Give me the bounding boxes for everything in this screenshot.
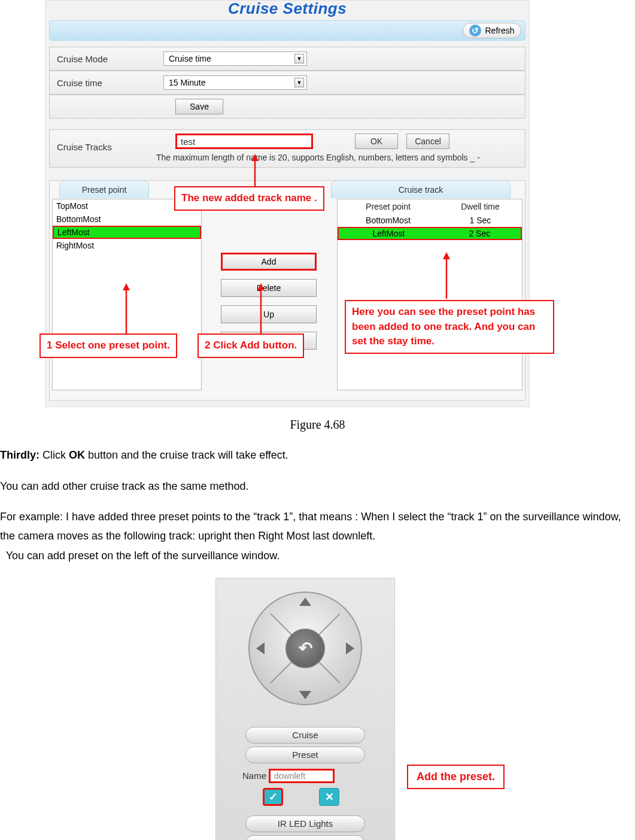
- cancel-preset-button[interactable]: ✕: [319, 788, 339, 806]
- tab-preset-label: Preset point: [82, 185, 127, 195]
- refresh-label: Refresh: [485, 26, 514, 35]
- select-cruise-mode-value: Cruise time: [169, 54, 211, 63]
- ok-button[interactable]: OK: [355, 134, 398, 149]
- preset-name-row: Name downleft: [242, 769, 335, 783]
- cruise-pill-button[interactable]: Cruise: [245, 727, 365, 744]
- text: Click: [40, 449, 69, 461]
- save-label: Save: [190, 102, 209, 111]
- text: button and the cruise track will take ef…: [85, 449, 288, 461]
- anno-select-preset: 1 Select one preset point.: [40, 333, 177, 358]
- row-save: Save: [49, 95, 525, 119]
- list-item-selected[interactable]: LeftMost: [53, 226, 201, 239]
- svg-marker-5: [257, 283, 265, 290]
- col-dwell-time: Dwell time: [439, 202, 522, 211]
- preset-label: Preset: [292, 750, 318, 760]
- ok-label: OK: [370, 137, 382, 146]
- ptz-left-icon[interactable]: [256, 642, 265, 654]
- col-preset-point: Preset point: [338, 202, 439, 211]
- doc-paragraph: For example: I have added three preset p…: [0, 508, 635, 545]
- row-cruise-mode: Cruise Mode Cruise time ▼: [49, 47, 525, 71]
- ir-led-pill-button[interactable]: IR LED Lights: [245, 815, 365, 832]
- row-cruise-tracks: Cruise Tracks test OK Cancel The maximum…: [49, 129, 525, 168]
- refresh-icon: ↺: [469, 25, 481, 37]
- preset-ok-cancel: ✓ ✕: [263, 788, 339, 806]
- add-label: Add: [262, 257, 277, 266]
- ptz-wheel[interactable]: ↶: [248, 592, 362, 705]
- check-icon: ✓: [269, 790, 278, 803]
- refresh-button[interactable]: ↺ Refresh: [463, 23, 521, 38]
- ptz-right-icon[interactable]: [346, 642, 354, 654]
- svg-marker-1: [251, 154, 259, 161]
- cruise-label: Cruise: [292, 730, 318, 740]
- tab-cruise-track[interactable]: Cruise track: [331, 180, 511, 198]
- preset-pill-button[interactable]: Preset: [245, 747, 365, 763]
- arrow-icon: [249, 283, 273, 336]
- top-bar: ↺ Refresh: [49, 20, 525, 41]
- cruise-settings-screenshot: Cruise Settings ↺ Refresh Cruise Mode Cr…: [45, 0, 530, 407]
- preset-name-input[interactable]: downleft: [269, 769, 335, 783]
- doc-body: Thirdly: Click OK button and the cruise …: [0, 446, 635, 566]
- name-label: Name: [242, 771, 266, 781]
- label-cruise-tracks: Cruise Tracks: [57, 142, 112, 152]
- anno-new-track-name: The new added track name .: [174, 186, 324, 211]
- row-cruise-time: Cruise time 15 Minute ▼: [49, 71, 525, 95]
- track-name-input[interactable]: test: [175, 134, 313, 149]
- arrow-icon: [435, 252, 458, 301]
- ptz-panel-screenshot: ↶ Cruise Preset Name downleft ✓ ✕ IR LED…: [215, 578, 395, 841]
- cancel-button[interactable]: Cancel: [406, 134, 449, 149]
- doc-paragraph: Thirdly: Click OK button and the cruise …: [0, 446, 635, 465]
- add-button[interactable]: Add: [221, 253, 317, 271]
- confirm-preset-button[interactable]: ✓: [263, 788, 283, 806]
- ptz-down-icon[interactable]: [299, 691, 311, 699]
- chevron-down-icon: ▼: [294, 54, 304, 63]
- label-cruise-mode: Cruise Mode: [50, 54, 163, 64]
- select-cruise-time[interactable]: 15 Minute ▼: [163, 75, 307, 90]
- select-cruise-mode[interactable]: Cruise time ▼: [163, 51, 307, 66]
- ptz-reset-icon[interactable]: ↶: [285, 629, 325, 668]
- color-adjust-pill-button[interactable]: Color Adjustment: [245, 835, 365, 841]
- select-cruise-time-value: 15 Minute: [169, 78, 205, 87]
- label-cruise-time: Cruise time: [50, 78, 163, 88]
- hint-text: The maximum length of name is 20, suppor…: [156, 153, 480, 162]
- ok-strong: OK: [69, 449, 85, 461]
- table-row[interactable]: BottomMost 1 Sec: [338, 214, 522, 227]
- ptz-up-icon[interactable]: [299, 598, 311, 606]
- thirdly-label: Thirdly:: [0, 449, 40, 461]
- ir-label: IR LED Lights: [278, 818, 333, 829]
- table-header: Preset point Dwell time: [338, 199, 522, 214]
- save-button[interactable]: Save: [175, 99, 223, 114]
- cancel-label: Cancel: [415, 137, 441, 146]
- doc-paragraph: You can add preset on the left of the su…: [0, 547, 635, 566]
- anno-add-preset: Add the preset.: [407, 765, 505, 789]
- list-item[interactable]: BottomMost: [53, 213, 201, 226]
- cell-dwell: 2 Sec: [439, 229, 521, 238]
- page-title: Cruise Settings: [45, 0, 529, 18]
- ptz-panel-screenshot-wrap: ↶ Cruise Preset Name downleft ✓ ✕ IR LED…: [0, 578, 635, 841]
- track-name-value: test: [181, 137, 195, 147]
- chevron-down-icon: ▼: [294, 78, 304, 87]
- table-row-selected[interactable]: LeftMost 2 Sec: [338, 227, 522, 240]
- anno-see-preset: Here you can see the preset point has be…: [345, 300, 554, 354]
- arrow-icon: [243, 154, 267, 189]
- cell-point: LeftMost: [339, 229, 439, 238]
- arrow-icon: [114, 283, 138, 336]
- list-item[interactable]: RightMost: [53, 239, 201, 252]
- figure-caption: Figure 4.68: [0, 418, 635, 432]
- preset-name-value: downleft: [274, 771, 305, 781]
- tab-preset-point[interactable]: Preset point: [59, 180, 149, 198]
- cell-point: BottomMost: [338, 216, 439, 225]
- tab-track-label: Cruise track: [399, 185, 443, 195]
- svg-marker-7: [443, 252, 450, 259]
- close-icon: ✕: [325, 790, 334, 803]
- cell-dwell: 1 Sec: [439, 216, 522, 225]
- svg-marker-3: [123, 283, 130, 290]
- cruise-track-table: Preset point Dwell time BottomMost 1 Sec…: [337, 199, 522, 390]
- doc-paragraph: You can add other cruise track as the sa…: [0, 477, 635, 496]
- anno-click-add: 2 Click Add button.: [198, 333, 304, 358]
